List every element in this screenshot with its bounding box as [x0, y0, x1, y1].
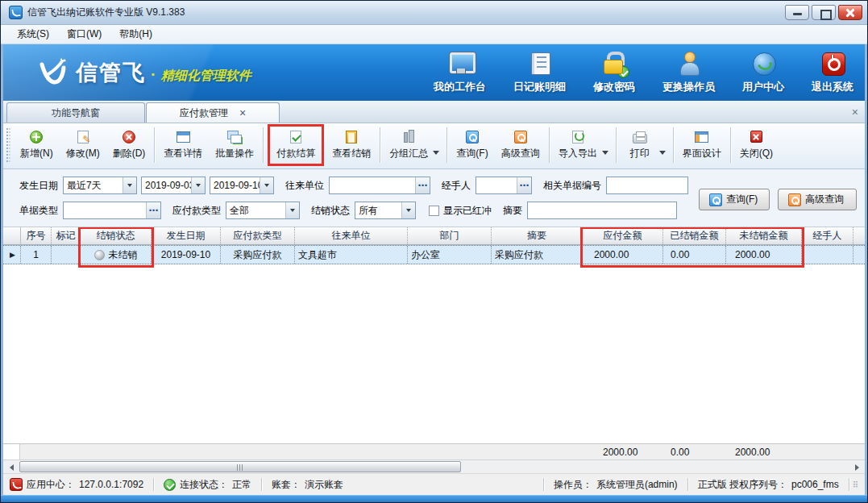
minimize-button[interactable] [785, 5, 809, 20]
scroll-right-icon[interactable] [850, 461, 863, 473]
tab-function-nav[interactable]: 功能导航窗 [6, 102, 145, 123]
ellipsis-picker-icon[interactable]: ⋯ [517, 177, 531, 193]
summary-input[interactable] [527, 202, 677, 219]
dropdown-arrow-icon[interactable] [659, 151, 666, 155]
show-reversed-checkbox[interactable] [429, 206, 439, 216]
toolbar-separator [154, 127, 155, 163]
chevron-down-icon[interactable] [260, 177, 273, 193]
toolbar-separator [446, 127, 447, 163]
brand-logo-icon [37, 58, 69, 87]
scrollbar-thumb[interactable] [19, 461, 461, 472]
date-from-select[interactable]: 2019-09-03 [141, 177, 206, 194]
app-window: 信管飞出纳记账软件专业版 V9.1.383 系统(S) 窗口(W) 帮助(H) … [0, 0, 868, 503]
column-header-settled-amount[interactable]: 已结销金额 [663, 227, 726, 244]
scroll-left-icon[interactable] [5, 461, 18, 473]
brand-name: 信管飞 [76, 58, 146, 87]
tab-payables-management[interactable]: 应付款管理 × [146, 102, 280, 123]
tab-close-icon[interactable]: × [239, 107, 246, 118]
column-header-unsettled-amount[interactable]: 未结销金额 [726, 227, 802, 244]
ui-design-icon [695, 131, 708, 143]
action-switch-operator[interactable]: 更换操作员 [662, 51, 715, 94]
dropdown-arrow-icon[interactable] [433, 151, 439, 155]
ellipsis-picker-icon[interactable]: ⋯ [146, 202, 160, 218]
payable-type-select[interactable]: 全部 [226, 202, 300, 219]
date-range-select[interactable]: 最近7天 [63, 177, 137, 194]
column-header-dept[interactable]: 部门 [408, 227, 492, 244]
ui-design-button[interactable]: 界面设计 [676, 127, 728, 164]
doc-type-filter-label: 单据类型 [19, 204, 58, 218]
action-journal-detail[interactable]: 日记账明细 [513, 51, 566, 94]
advanced-query-button[interactable]: 高级查询 [495, 127, 546, 164]
cell-dept: 办公室 [408, 246, 492, 264]
menu-window[interactable]: 窗口(W) [59, 25, 110, 44]
batch-operation-button[interactable]: 批量操作 [209, 127, 260, 164]
group-summary-button[interactable]: 分组汇总 [383, 127, 434, 164]
column-header-mark[interactable]: 标记 [52, 227, 81, 244]
print-button[interactable]: 打印 [619, 127, 661, 164]
advanced-query-panel-button[interactable]: 高级查询 [778, 189, 857, 210]
view-settlement-button[interactable]: 查看结销 [326, 127, 377, 164]
column-header-seq[interactable]: 序号 [21, 227, 52, 244]
status-license: 正式版 授权序列号： pc006_fms [688, 478, 849, 492]
menu-help[interactable]: 帮助(H) [111, 25, 160, 44]
column-header-settle-status[interactable]: 结销状态 [81, 227, 152, 244]
tab-panel-close-icon[interactable]: × [852, 106, 858, 118]
menubar: 系统(S) 窗口(W) 帮助(H) [1, 25, 867, 44]
chevron-down-icon[interactable] [401, 202, 415, 218]
view-details-button[interactable]: 查看详情 [157, 127, 209, 164]
menu-system[interactable]: 系统(S) [9, 25, 57, 44]
action-change-password[interactable]: 修改密码 [593, 51, 635, 94]
handler-filter-label: 经手人 [442, 179, 471, 193]
row-pointer-icon: ▶ [10, 251, 15, 259]
column-header-filler [853, 227, 865, 244]
chevron-down-icon[interactable] [191, 177, 205, 193]
chevron-down-icon[interactable] [285, 202, 299, 218]
handler-input[interactable]: ⋯ [476, 177, 532, 194]
action-my-workbench[interactable]: 我的工作台 [434, 51, 486, 94]
column-header-summary[interactable]: 摘要 [492, 227, 583, 244]
toolbar-grip[interactable] [6, 128, 10, 162]
ref-no-input[interactable] [606, 177, 688, 194]
batch-operation-icon [227, 131, 242, 143]
ellipsis-picker-icon[interactable]: ⋯ [415, 177, 430, 193]
edit-button[interactable]: ✎ 修改(M) [60, 127, 106, 164]
date-to-select[interactable]: 2019-09-10 [210, 177, 274, 194]
import-export-button[interactable]: 导入导出 [552, 127, 604, 164]
horizontal-scrollbar[interactable] [3, 459, 865, 473]
cell-summary: 采购应付款 [492, 246, 583, 264]
change-password-lock-icon [600, 51, 628, 77]
payables-grid: 序号 标记 结销状态 发生日期 应付款类型 往来单位 部门 摘要 应付金额 已结… [3, 227, 865, 443]
settle-status-select[interactable]: 所有 [355, 202, 416, 219]
delete-button[interactable]: 删除(D) [106, 127, 152, 164]
resize-grip-icon[interactable]: ⠿ [853, 480, 858, 489]
close-button[interactable] [838, 5, 862, 20]
journal-detail-icon [526, 51, 554, 77]
cell-settle-status: 未结销 [81, 246, 152, 264]
query-button[interactable]: 查询(F) [450, 127, 494, 164]
maximize-button[interactable] [812, 5, 836, 20]
search-orange-icon [788, 193, 801, 206]
column-header-payable-amount[interactable]: 应付金额 [583, 227, 663, 244]
window-bottom-edge [1, 495, 867, 502]
column-header-date[interactable]: 发生日期 [152, 227, 221, 244]
cell-handler [802, 246, 853, 264]
doc-type-input[interactable]: ⋯ [63, 202, 161, 219]
chevron-down-icon[interactable] [123, 177, 136, 193]
edit-icon: ✎ [77, 131, 89, 143]
new-button[interactable]: 新增(N) [14, 127, 60, 164]
action-user-center[interactable]: 用户中心 [742, 51, 784, 94]
column-header-unit[interactable]: 往来单位 [295, 227, 408, 244]
dropdown-arrow-icon[interactable] [602, 151, 608, 155]
payable-type-filter-label: 应付款类型 [172, 204, 221, 218]
close-tab-button[interactable]: 关闭(Q) [733, 127, 779, 164]
action-exit-system[interactable]: 退出系统 [812, 51, 853, 94]
column-header-handler[interactable]: 经手人 [802, 227, 853, 244]
column-header-payable-type[interactable]: 应付款类型 [221, 227, 295, 244]
query-panel-button[interactable]: 查询(F) [699, 189, 770, 210]
totals-gutter [3, 444, 20, 459]
payment-settle-button[interactable]: 付款结算 [270, 127, 322, 164]
search-orange-icon [514, 131, 527, 143]
unit-input[interactable]: ⋯ [329, 177, 430, 194]
total-settled-amount: 0.00 [671, 447, 689, 458]
table-row[interactable]: ▶ 1 未结销 2019-09-10 采购应付款 文具超市 办公室 采购应付款 … [3, 245, 865, 264]
